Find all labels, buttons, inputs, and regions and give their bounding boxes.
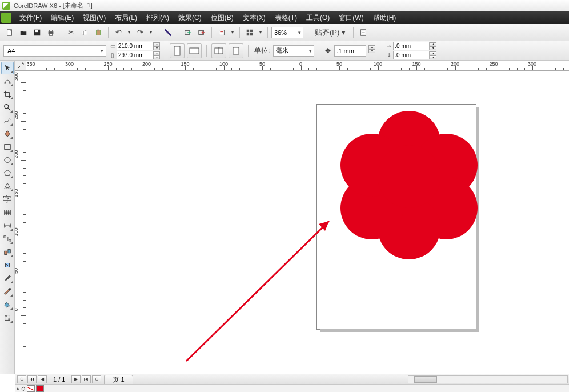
add-page-after-button[interactable]: ⊕ (92, 375, 101, 383)
new-button[interactable] (3, 26, 16, 39)
dup-x-input[interactable] (393, 42, 430, 50)
next-page-button[interactable]: ▶ (71, 375, 81, 383)
redo-dropdown[interactable]: ▾ (147, 26, 154, 39)
transparency-tool[interactable] (1, 259, 14, 271)
open-button[interactable] (17, 26, 30, 39)
redo-button[interactable]: ↷ (134, 26, 146, 39)
options-button[interactable] (357, 26, 370, 39)
menu-file[interactable]: 文件(F) (15, 11, 46, 24)
height-down[interactable]: ▾ (153, 55, 160, 59)
width-down[interactable]: ▾ (153, 46, 160, 50)
menu-help[interactable]: 帮助(H) (368, 11, 401, 24)
app-title: CorelDRAW X6 (14, 2, 57, 9)
import-button[interactable] (182, 26, 194, 39)
svg-rect-13 (220, 31, 223, 32)
menu-edit[interactable]: 编辑(E) (46, 11, 78, 24)
zoom-level-select[interactable]: 36% (271, 27, 303, 38)
copy-button[interactable] (78, 26, 91, 39)
undo-button[interactable]: ↶ (112, 26, 125, 39)
all-pages-button[interactable] (211, 43, 226, 58)
menu-text[interactable]: 文本(X) (238, 11, 270, 24)
unit-select[interactable]: 毫米 (273, 45, 314, 57)
paste-button[interactable] (92, 26, 105, 39)
menu-arrange[interactable]: 排列(A) (142, 11, 174, 24)
app-launcher-dropdown[interactable]: ▾ (257, 26, 264, 39)
vertical-ruler[interactable]: 300250200150100500 (15, 71, 26, 374)
eyedropper-tool[interactable] (1, 272, 14, 285)
menu-logo-icon (1, 13, 11, 23)
crop-tool[interactable] (1, 88, 14, 101)
search-button[interactable] (162, 26, 174, 39)
snap-button[interactable]: 贴齐(P) ▾ (311, 26, 350, 39)
zoom-tool[interactable] (1, 101, 14, 114)
shape-tool[interactable] (1, 75, 14, 87)
svg-point-28 (4, 158, 10, 163)
height-up[interactable]: ▴ (153, 51, 160, 55)
nudge-up[interactable]: ▴ (368, 45, 375, 49)
dup-y-input[interactable] (393, 51, 430, 59)
export-button[interactable] (195, 26, 208, 39)
cut-button[interactable]: ✂ (65, 26, 77, 39)
prev-page-button[interactable]: ◀ (38, 375, 47, 383)
width-up[interactable]: ▴ (153, 42, 160, 46)
dimension-tool[interactable] (1, 219, 14, 232)
polygon-tool[interactable] (1, 167, 14, 179)
ellipse-tool[interactable] (1, 154, 14, 166)
paper-size-select[interactable]: A4 (3, 45, 106, 57)
fill-indicator-icon[interactable]: ◇ (21, 385, 26, 391)
last-page-button[interactable]: ⏭ (82, 375, 91, 383)
undo-dropdown[interactable]: ▾ (126, 26, 133, 39)
menu-view[interactable]: 视图(V) (78, 11, 110, 24)
svg-rect-9 (97, 29, 99, 30)
canvas-area[interactable]: 35030025020015010050050100150200250300 3… (15, 61, 569, 374)
page-width-input[interactable] (117, 42, 153, 50)
current-page-button[interactable] (229, 43, 243, 58)
rectangle-tool[interactable] (1, 141, 14, 153)
page-navigator: ⊕ ⏮ ◀ 1 / 1 ▶ ⏭ ⊕ 页 1 (15, 374, 569, 384)
svg-rect-16 (247, 33, 249, 35)
publish-button[interactable] (215, 26, 228, 39)
nudge-distance-input[interactable] (334, 45, 366, 57)
connector-tool[interactable] (1, 233, 14, 245)
horizontal-scrollbar[interactable] (408, 375, 568, 383)
menu-table[interactable]: 表格(T) (270, 11, 302, 24)
first-page-button[interactable]: ⏮ (27, 375, 37, 383)
play-icon[interactable]: ▸ (17, 386, 20, 391)
basic-shapes-tool[interactable] (1, 180, 14, 193)
landscape-button[interactable] (187, 43, 202, 58)
menu-tools[interactable]: 工具(O) (302, 11, 334, 24)
print-button[interactable] (45, 26, 57, 39)
smart-fill-tool[interactable] (1, 127, 14, 140)
page-counter: 1 / 1 (47, 376, 71, 383)
blend-tool[interactable] (1, 246, 14, 258)
svg-rect-7 (83, 31, 87, 35)
outline-tool[interactable] (1, 285, 14, 298)
portrait-button[interactable] (170, 43, 185, 58)
menu-layout[interactable]: 布局(L) (110, 11, 142, 24)
save-button[interactable] (31, 26, 43, 39)
drawing-canvas[interactable] (26, 71, 569, 374)
pick-tool[interactable] (1, 62, 14, 74)
menu-window[interactable]: 窗口(W) (334, 11, 368, 24)
app-launcher-button[interactable] (243, 26, 256, 39)
page-tab-1[interactable]: 页 1 (104, 375, 133, 384)
svg-rect-30 (3, 236, 6, 238)
svg-rect-23 (233, 47, 239, 54)
interactive-fill-tool[interactable] (1, 311, 14, 324)
freehand-tool[interactable] (1, 114, 14, 127)
menu-effects[interactable]: 效果(C) (174, 11, 206, 24)
text-tool[interactable]: 字 (1, 193, 14, 206)
nudge-down[interactable]: ▾ (368, 49, 375, 53)
publish-dropdown[interactable]: ▾ (229, 26, 236, 39)
dup-y-icon: ⇣ (385, 52, 393, 58)
flower-shape[interactable] (340, 111, 478, 242)
menu-bitmap[interactable]: 位图(B) (206, 11, 238, 24)
fill-swatch-red[interactable] (36, 385, 44, 392)
ruler-origin[interactable] (15, 61, 26, 71)
table-tool[interactable] (1, 206, 14, 219)
horizontal-ruler[interactable]: 35030025020015010050050100150200250300 (26, 61, 569, 71)
outline-swatch-none[interactable] (27, 385, 35, 392)
fill-tool[interactable] (1, 298, 14, 311)
add-page-button[interactable]: ⊕ (17, 375, 26, 383)
page-height-input[interactable] (117, 51, 153, 59)
